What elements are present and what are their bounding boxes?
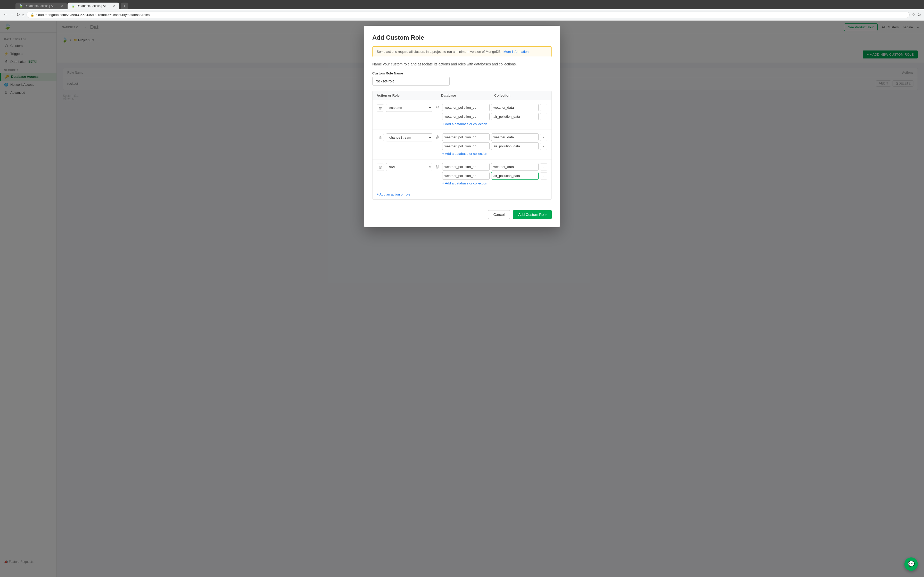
remove-pair-0-0-button[interactable]: - xyxy=(540,104,547,111)
col-input-2-0[interactable] xyxy=(491,163,539,171)
db-input-0-0[interactable] xyxy=(442,104,489,111)
roles-table: Action or Role Database Collection 🗑 col… xyxy=(372,91,552,200)
tab-close-icon[interactable]: ✕ xyxy=(61,4,63,8)
col-input-1-1[interactable] xyxy=(491,142,539,150)
browser-actions: ☆ ⚙ xyxy=(912,12,921,17)
col-input-0-1[interactable] xyxy=(491,113,539,120)
lock-icon: 🔒 xyxy=(31,13,34,17)
modal-subtitle: Name your custom role and associate its … xyxy=(372,62,552,66)
delete-row-1-button[interactable]: 🗑 xyxy=(377,134,384,141)
browser-address-bar: ← → ↻ ⌂ 🔒 cloud.mongodb.com/v2/5ea336524… xyxy=(0,9,924,21)
role-row-2: 🗑 find @ - - xyxy=(373,160,551,189)
home-button[interactable]: ⌂ xyxy=(22,13,24,17)
at-symbol-2: @ xyxy=(435,163,440,170)
db-input-1-1[interactable] xyxy=(442,142,489,150)
col-input-1-0[interactable] xyxy=(491,134,539,141)
chat-widget[interactable]: 💬 xyxy=(905,558,918,571)
modal-title: Add Custom Role xyxy=(372,34,552,41)
db-input-0-1[interactable] xyxy=(442,113,489,120)
bookmark-icon[interactable]: ☆ xyxy=(912,12,915,17)
add-db-col-link-2[interactable]: + Add a database or collection xyxy=(442,181,487,185)
col-input-2-1[interactable] xyxy=(491,172,539,179)
db-col-pairs-1: - - + Add a database or collection xyxy=(442,134,547,156)
cancel-button[interactable]: Cancel xyxy=(488,210,510,219)
roles-table-header: Action or Role Database Collection xyxy=(373,91,551,100)
role-name-input[interactable] xyxy=(372,77,450,85)
add-custom-role-submit-button[interactable]: Add Custom Role xyxy=(513,210,552,219)
delete-row-2-button[interactable]: 🗑 xyxy=(377,164,384,171)
browser-tab-active[interactable]: 🍃 Database Access | Atlas: Mon... ✕ xyxy=(68,3,119,9)
header-collection: Collection xyxy=(494,93,547,97)
db-col-pairs-2: - - + Add a database or collection xyxy=(442,163,547,185)
add-db-col-link-0[interactable]: + Add a database or collection xyxy=(442,122,487,126)
db-col-pairs-0: - - + Add a database or collection xyxy=(442,104,547,126)
role-name-field-group: Custom Role Name xyxy=(372,71,552,85)
add-action-row: + Add an action or role xyxy=(373,189,551,199)
back-button[interactable]: ← xyxy=(3,12,8,18)
modal-overlay: Add Custom Role Some actions require all… xyxy=(0,21,924,577)
action-select-0[interactable]: collStats xyxy=(386,104,432,112)
remove-pair-2-0-button[interactable]: - xyxy=(540,163,547,171)
warning-banner: Some actions require all clusters in a p… xyxy=(372,47,552,57)
role-row-1: 🗑 changeStream @ - xyxy=(373,130,551,160)
browser-tab-inactive[interactable]: 🍃 Database Access | Atlas: Mon... ✕ xyxy=(16,3,67,9)
remove-pair-2-1-button[interactable]: - xyxy=(540,172,547,179)
role-name-label: Custom Role Name xyxy=(372,71,552,75)
add-db-col-link-1[interactable]: + Add a database or collection xyxy=(442,152,487,156)
action-select-2[interactable]: find xyxy=(386,163,432,171)
add-action-link[interactable]: + Add an action or role xyxy=(377,192,410,196)
db-input-1-0[interactable] xyxy=(442,134,489,141)
refresh-button[interactable]: ↻ xyxy=(16,12,20,17)
role-row-0: 🗑 collStats @ - - xyxy=(373,100,551,130)
remove-pair-0-1-button[interactable]: - xyxy=(540,113,547,120)
remove-pair-1-1-button[interactable]: - xyxy=(540,143,547,150)
db-input-2-1[interactable] xyxy=(442,172,489,179)
col-input-0-0[interactable] xyxy=(491,104,539,111)
more-info-link[interactable]: More information xyxy=(504,50,529,53)
db-input-2-0[interactable] xyxy=(442,163,489,171)
header-database: Database xyxy=(441,93,494,97)
browser-tab-bar: 🍃 Database Access | Atlas: Mon... ✕ 🍃 Da… xyxy=(0,0,924,9)
extensions-icon[interactable]: ⚙ xyxy=(917,12,921,17)
url-bar[interactable]: 🔒 cloud.mongodb.com/v2/5ea33652445d921ef… xyxy=(27,11,909,18)
at-symbol-1: @ xyxy=(435,134,440,141)
delete-row-0-button[interactable]: 🗑 xyxy=(377,104,384,111)
modal-dialog: Add Custom Role Some actions require all… xyxy=(364,26,560,227)
tab-close-active-icon[interactable]: ✕ xyxy=(113,4,115,8)
header-action-role: Action or Role xyxy=(377,93,441,97)
action-select-1[interactable]: changeStream xyxy=(386,134,432,142)
modal-footer: Cancel Add Custom Role xyxy=(372,206,552,219)
remove-pair-1-0-button[interactable]: - xyxy=(540,134,547,141)
forward-button[interactable]: → xyxy=(10,12,15,18)
at-symbol-0: @ xyxy=(435,104,440,111)
new-tab-button[interactable]: + xyxy=(121,3,128,9)
